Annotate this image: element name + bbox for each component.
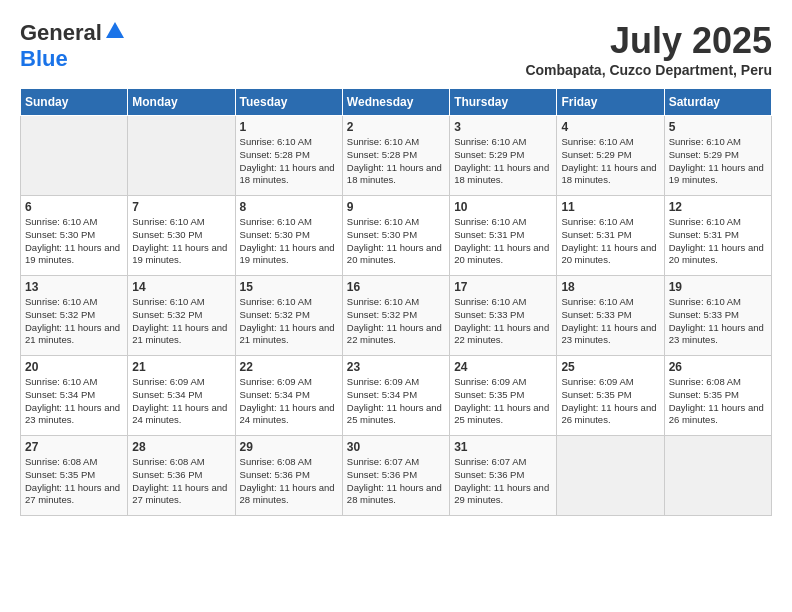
day-number: 13 <box>25 280 123 294</box>
day-info: Sunrise: 6:08 AMSunset: 5:35 PMDaylight:… <box>25 456 123 507</box>
day-info: Sunrise: 6:08 AMSunset: 5:35 PMDaylight:… <box>669 376 767 427</box>
day-number: 25 <box>561 360 659 374</box>
day-number: 31 <box>454 440 552 454</box>
calendar-cell: 20Sunrise: 6:10 AMSunset: 5:34 PMDayligh… <box>21 356 128 436</box>
day-number: 14 <box>132 280 230 294</box>
day-number: 12 <box>669 200 767 214</box>
header: General Blue July 2025 Combapata, Cuzco … <box>20 20 772 78</box>
day-number: 15 <box>240 280 338 294</box>
day-info: Sunrise: 6:10 AMSunset: 5:30 PMDaylight:… <box>132 216 230 267</box>
calendar-cell: 19Sunrise: 6:10 AMSunset: 5:33 PMDayligh… <box>664 276 771 356</box>
day-info: Sunrise: 6:10 AMSunset: 5:34 PMDaylight:… <box>25 376 123 427</box>
calendar-cell: 14Sunrise: 6:10 AMSunset: 5:32 PMDayligh… <box>128 276 235 356</box>
calendar-cell: 11Sunrise: 6:10 AMSunset: 5:31 PMDayligh… <box>557 196 664 276</box>
day-info: Sunrise: 6:10 AMSunset: 5:29 PMDaylight:… <box>669 136 767 187</box>
day-number: 11 <box>561 200 659 214</box>
calendar-cell: 8Sunrise: 6:10 AMSunset: 5:30 PMDaylight… <box>235 196 342 276</box>
day-info: Sunrise: 6:10 AMSunset: 5:31 PMDaylight:… <box>454 216 552 267</box>
calendar-cell: 3Sunrise: 6:10 AMSunset: 5:29 PMDaylight… <box>450 116 557 196</box>
calendar-cell: 13Sunrise: 6:10 AMSunset: 5:32 PMDayligh… <box>21 276 128 356</box>
calendar-cell <box>128 116 235 196</box>
logo-icon <box>104 20 126 42</box>
day-info: Sunrise: 6:09 AMSunset: 5:34 PMDaylight:… <box>240 376 338 427</box>
calendar-week-row: 20Sunrise: 6:10 AMSunset: 5:34 PMDayligh… <box>21 356 772 436</box>
day-number: 22 <box>240 360 338 374</box>
calendar-body: 1Sunrise: 6:10 AMSunset: 5:28 PMDaylight… <box>21 116 772 516</box>
calendar-cell: 18Sunrise: 6:10 AMSunset: 5:33 PMDayligh… <box>557 276 664 356</box>
calendar-cell: 16Sunrise: 6:10 AMSunset: 5:32 PMDayligh… <box>342 276 449 356</box>
calendar-cell: 29Sunrise: 6:08 AMSunset: 5:36 PMDayligh… <box>235 436 342 516</box>
calendar-cell: 24Sunrise: 6:09 AMSunset: 5:35 PMDayligh… <box>450 356 557 436</box>
day-info: Sunrise: 6:10 AMSunset: 5:33 PMDaylight:… <box>454 296 552 347</box>
day-info: Sunrise: 6:08 AMSunset: 5:36 PMDaylight:… <box>240 456 338 507</box>
logo-general-text: General <box>20 20 102 46</box>
title-area: July 2025 Combapata, Cuzco Department, P… <box>525 20 772 78</box>
day-number: 1 <box>240 120 338 134</box>
day-number: 10 <box>454 200 552 214</box>
day-number: 24 <box>454 360 552 374</box>
day-number: 2 <box>347 120 445 134</box>
day-number: 17 <box>454 280 552 294</box>
calendar-cell: 21Sunrise: 6:09 AMSunset: 5:34 PMDayligh… <box>128 356 235 436</box>
calendar-cell: 6Sunrise: 6:10 AMSunset: 5:30 PMDaylight… <box>21 196 128 276</box>
calendar-cell: 10Sunrise: 6:10 AMSunset: 5:31 PMDayligh… <box>450 196 557 276</box>
calendar-cell: 30Sunrise: 6:07 AMSunset: 5:36 PMDayligh… <box>342 436 449 516</box>
day-number: 8 <box>240 200 338 214</box>
calendar-cell: 23Sunrise: 6:09 AMSunset: 5:34 PMDayligh… <box>342 356 449 436</box>
day-info: Sunrise: 6:10 AMSunset: 5:33 PMDaylight:… <box>561 296 659 347</box>
calendar-cell: 31Sunrise: 6:07 AMSunset: 5:36 PMDayligh… <box>450 436 557 516</box>
calendar-cell: 22Sunrise: 6:09 AMSunset: 5:34 PMDayligh… <box>235 356 342 436</box>
day-info: Sunrise: 6:10 AMSunset: 5:28 PMDaylight:… <box>240 136 338 187</box>
column-header-thursday: Thursday <box>450 89 557 116</box>
logo: General Blue <box>20 20 126 72</box>
day-number: 21 <box>132 360 230 374</box>
day-info: Sunrise: 6:10 AMSunset: 5:31 PMDaylight:… <box>561 216 659 267</box>
calendar-cell: 12Sunrise: 6:10 AMSunset: 5:31 PMDayligh… <box>664 196 771 276</box>
calendar-week-row: 27Sunrise: 6:08 AMSunset: 5:35 PMDayligh… <box>21 436 772 516</box>
day-number: 27 <box>25 440 123 454</box>
day-number: 5 <box>669 120 767 134</box>
day-info: Sunrise: 6:10 AMSunset: 5:31 PMDaylight:… <box>669 216 767 267</box>
day-number: 18 <box>561 280 659 294</box>
calendar-cell: 27Sunrise: 6:08 AMSunset: 5:35 PMDayligh… <box>21 436 128 516</box>
day-info: Sunrise: 6:10 AMSunset: 5:29 PMDaylight:… <box>561 136 659 187</box>
day-info: Sunrise: 6:10 AMSunset: 5:29 PMDaylight:… <box>454 136 552 187</box>
column-header-monday: Monday <box>128 89 235 116</box>
day-info: Sunrise: 6:09 AMSunset: 5:34 PMDaylight:… <box>347 376 445 427</box>
calendar-cell: 25Sunrise: 6:09 AMSunset: 5:35 PMDayligh… <box>557 356 664 436</box>
column-header-saturday: Saturday <box>664 89 771 116</box>
day-number: 29 <box>240 440 338 454</box>
day-number: 20 <box>25 360 123 374</box>
calendar-cell: 1Sunrise: 6:10 AMSunset: 5:28 PMDaylight… <box>235 116 342 196</box>
day-number: 7 <box>132 200 230 214</box>
calendar-cell: 2Sunrise: 6:10 AMSunset: 5:28 PMDaylight… <box>342 116 449 196</box>
day-info: Sunrise: 6:10 AMSunset: 5:30 PMDaylight:… <box>25 216 123 267</box>
calendar-cell: 15Sunrise: 6:10 AMSunset: 5:32 PMDayligh… <box>235 276 342 356</box>
day-info: Sunrise: 6:09 AMSunset: 5:35 PMDaylight:… <box>454 376 552 427</box>
day-number: 28 <box>132 440 230 454</box>
calendar-cell <box>557 436 664 516</box>
day-number: 3 <box>454 120 552 134</box>
calendar-cell <box>21 116 128 196</box>
column-header-sunday: Sunday <box>21 89 128 116</box>
column-header-friday: Friday <box>557 89 664 116</box>
day-info: Sunrise: 6:10 AMSunset: 5:32 PMDaylight:… <box>25 296 123 347</box>
day-info: Sunrise: 6:07 AMSunset: 5:36 PMDaylight:… <box>454 456 552 507</box>
day-info: Sunrise: 6:10 AMSunset: 5:33 PMDaylight:… <box>669 296 767 347</box>
calendar-week-row: 13Sunrise: 6:10 AMSunset: 5:32 PMDayligh… <box>21 276 772 356</box>
day-number: 6 <box>25 200 123 214</box>
calendar-header-row: SundayMondayTuesdayWednesdayThursdayFrid… <box>21 89 772 116</box>
location: Combapata, Cuzco Department, Peru <box>525 62 772 78</box>
day-info: Sunrise: 6:10 AMSunset: 5:32 PMDaylight:… <box>132 296 230 347</box>
day-number: 4 <box>561 120 659 134</box>
calendar-cell: 17Sunrise: 6:10 AMSunset: 5:33 PMDayligh… <box>450 276 557 356</box>
day-info: Sunrise: 6:10 AMSunset: 5:30 PMDaylight:… <box>347 216 445 267</box>
calendar-week-row: 1Sunrise: 6:10 AMSunset: 5:28 PMDaylight… <box>21 116 772 196</box>
day-info: Sunrise: 6:10 AMSunset: 5:32 PMDaylight:… <box>347 296 445 347</box>
calendar-cell: 5Sunrise: 6:10 AMSunset: 5:29 PMDaylight… <box>664 116 771 196</box>
day-number: 26 <box>669 360 767 374</box>
day-number: 19 <box>669 280 767 294</box>
calendar-cell: 4Sunrise: 6:10 AMSunset: 5:29 PMDaylight… <box>557 116 664 196</box>
calendar-cell: 26Sunrise: 6:08 AMSunset: 5:35 PMDayligh… <box>664 356 771 436</box>
logo-blue-text: Blue <box>20 46 68 71</box>
